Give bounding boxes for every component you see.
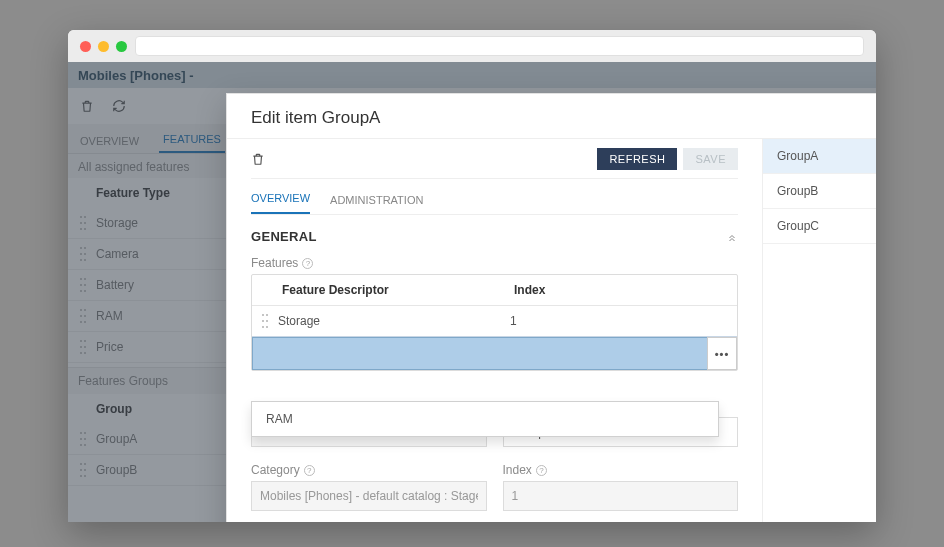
table-row[interactable]: Storage 1 bbox=[252, 305, 737, 336]
modal-title: Edit item GroupA bbox=[251, 108, 380, 128]
close-window-icon[interactable] bbox=[80, 41, 91, 52]
section-head: GENERAL bbox=[251, 215, 738, 250]
sidebar-item-groupb[interactable]: GroupB bbox=[763, 174, 876, 209]
category-field bbox=[251, 481, 487, 511]
features-table-head: Feature Descriptor Index bbox=[252, 275, 737, 305]
modal-header: Edit item GroupA bbox=[227, 94, 876, 138]
cell-index: 1 bbox=[510, 314, 729, 328]
features-table: Feature Descriptor Index Storage 1 ••• bbox=[251, 274, 738, 371]
sidebar-item-groupa[interactable]: GroupA bbox=[763, 139, 876, 174]
index-label-text: Index bbox=[503, 463, 532, 477]
help-icon[interactable]: ? bbox=[304, 465, 315, 476]
drag-handle-icon[interactable] bbox=[262, 314, 268, 328]
suggestion-item[interactable]: RAM bbox=[252, 402, 718, 436]
trash-icon[interactable] bbox=[251, 152, 265, 166]
category-label-text: Category bbox=[251, 463, 300, 477]
minimize-window-icon[interactable] bbox=[98, 41, 109, 52]
refresh-button[interactable]: REFRESH bbox=[597, 148, 677, 170]
col-header-index: Index bbox=[514, 283, 729, 297]
index-field bbox=[503, 481, 739, 511]
category-index-row: Category ? Index ? bbox=[251, 457, 738, 511]
modal-body: REFRESH SAVE OVERVIEW ADMINISTRATION GEN… bbox=[227, 138, 876, 522]
address-bar[interactable] bbox=[135, 36, 864, 56]
cell-descriptor: Storage bbox=[278, 314, 510, 328]
col-header-descriptor: Feature Descriptor bbox=[282, 283, 514, 297]
tab-administration[interactable]: ADMINISTRATION bbox=[330, 186, 423, 214]
edit-item-modal: Edit item GroupA REFRESH SAVE bbox=[226, 93, 876, 522]
app-window: Mobiles [Phones] - OVERVIEW FEATURES All… bbox=[68, 30, 876, 522]
features-label-text: Features bbox=[251, 256, 298, 270]
save-button: SAVE bbox=[683, 148, 738, 170]
features-label: Features ? bbox=[251, 256, 738, 270]
feature-suggestion-dropdown: RAM bbox=[251, 401, 719, 437]
feature-picker-input[interactable] bbox=[252, 337, 707, 370]
collapse-icon[interactable] bbox=[726, 231, 738, 243]
modal-toolbar: REFRESH SAVE bbox=[251, 139, 738, 179]
modal-main: REFRESH SAVE OVERVIEW ADMINISTRATION GEN… bbox=[227, 139, 762, 522]
feature-picker-button[interactable]: ••• bbox=[707, 337, 737, 370]
modal-tabs: OVERVIEW ADMINISTRATION bbox=[251, 179, 738, 215]
modal-side-list: GroupA GroupB GroupC bbox=[762, 139, 876, 522]
zoom-window-icon[interactable] bbox=[116, 41, 127, 52]
tab-overview[interactable]: OVERVIEW bbox=[251, 184, 310, 214]
help-icon[interactable]: ? bbox=[302, 258, 313, 269]
sidebar-item-groupc[interactable]: GroupC bbox=[763, 209, 876, 244]
traffic-lights bbox=[80, 41, 127, 52]
feature-picker-row: ••• bbox=[252, 336, 737, 370]
category-label: Category ? bbox=[251, 463, 487, 477]
section-title: GENERAL bbox=[251, 229, 317, 244]
index-label: Index ? bbox=[503, 463, 739, 477]
titlebar bbox=[68, 30, 876, 62]
help-icon[interactable]: ? bbox=[536, 465, 547, 476]
